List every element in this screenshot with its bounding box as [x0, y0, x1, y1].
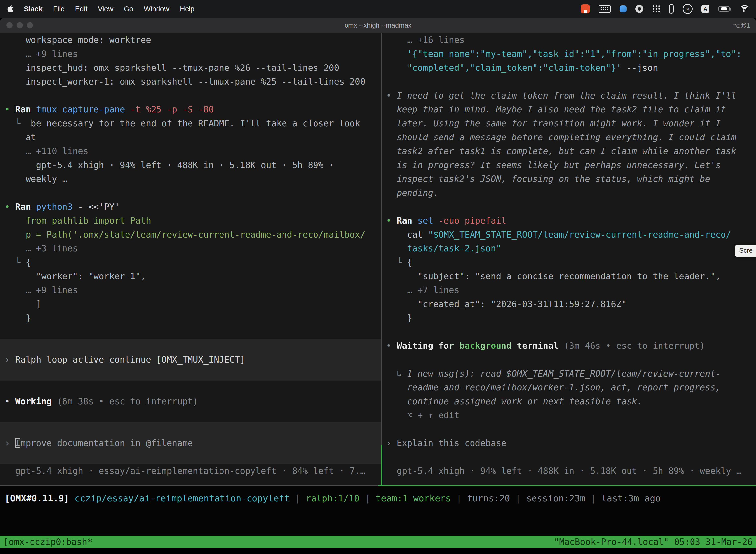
terminal-line: ↳ 1 new msg(s): read $OMX_TEAM_STATE_ROO…	[386, 367, 756, 381]
omx-status-segment: |	[585, 493, 602, 503]
terminal-line	[386, 353, 756, 367]
battery-gauge-icon[interactable]: 61	[683, 4, 693, 14]
omx-status-segment: |	[510, 493, 526, 503]
terminal-line: '{"team_name":"my-team","task_id":"1","f…	[386, 47, 756, 61]
command-line: • Ran python3 - <<'PY'	[5, 200, 381, 214]
command-line: • Ran tmux capture-pane -t %25 -p -S -80	[5, 103, 381, 116]
input-source-letter: A	[703, 6, 707, 12]
omx-status-segment: session:23m	[526, 493, 585, 503]
window-shortcut-hint: ⌥⌘1	[733, 21, 750, 29]
apple-menu-icon[interactable]	[7, 5, 13, 12]
menu-item-help[interactable]: Help	[180, 5, 195, 13]
terminal-line	[5, 381, 381, 394]
terminal-line: cat "$OMX_TEAM_STATE_ROOT/team/review-cu…	[386, 228, 756, 241]
gauge-value: 61	[686, 7, 690, 11]
terminal-line: └ be necessary for the end of the README…	[5, 116, 381, 130]
terminal-line: }	[386, 311, 756, 325]
input-source-icon[interactable]: A	[701, 5, 709, 13]
terminal-line: weekly …	[5, 172, 381, 186]
terminal-line: … +110 lines	[5, 144, 381, 158]
tmux-status-bar: [omx-cczip0:bash* "MacBook-Pro-44.local"…	[0, 536, 756, 548]
terminal-line: later. Using the same for transition mig…	[386, 116, 756, 130]
omx-status-line: [OMX#0.11.9] cczip/essay/ai-reimplementa…	[0, 486, 756, 514]
terminal-line	[386, 450, 756, 464]
thinking-row: • I need to get the claim token from the…	[386, 89, 756, 103]
queued-message-row: › Ralph loop active continue [OMX_TMUX_I…	[0, 353, 381, 367]
terminal-line: "created_at": "2026-03-31T11:59:27.816Z"	[386, 297, 756, 311]
omx-status-segment: turns:20	[467, 493, 510, 503]
terminal-line: └ {	[5, 256, 381, 269]
terminal-line	[386, 325, 756, 339]
window-titlebar[interactable]: omx --xhigh --madmax ⌥⌘1	[0, 18, 756, 33]
command-line: • Ran set -euo pipefail	[386, 214, 756, 228]
terminal-line: "completed","claim_token":"claim-token"}…	[386, 61, 756, 75]
blue-app-icon[interactable]	[620, 5, 627, 12]
vertical-pill-icon[interactable]	[669, 4, 674, 14]
tmux-host-clock: "MacBook-Pro-44.local" 05:03 31-Mar-26	[554, 537, 753, 547]
grid-dots-icon[interactable]	[652, 5, 660, 13]
omx-status-segment: |	[360, 493, 376, 503]
terminal-line	[5, 186, 381, 200]
terminal-line: is in progress? It seems likely but perh…	[386, 158, 756, 172]
tmux-content: workspace_mode: worktree … +9 lines insp…	[0, 33, 756, 486]
dark-circle-app-icon[interactable]	[635, 5, 643, 13]
menu-item-go[interactable]: Go	[124, 5, 133, 13]
terminal-line: … +16 lines	[386, 33, 756, 47]
terminal-line: "subject": "send a concise recommendatio…	[386, 269, 756, 283]
battery-icon[interactable]	[718, 6, 730, 12]
terminal-pane-right[interactable]: … +16 lines '{"team_name":"my-team","tas…	[382, 33, 756, 486]
omx-status-segment: cczip/essay/ai-reimplementation-copyleft	[75, 493, 290, 503]
terminal-line: └ {	[386, 256, 756, 269]
menubar-status-icons: 61 A	[581, 4, 749, 14]
terminal-line: task2 after task1 is complete, but can I…	[386, 144, 756, 158]
terminal-line	[5, 408, 381, 422]
keyboard-icon[interactable]	[599, 5, 611, 13]
terminal-line: "worker": "worker-1",	[5, 269, 381, 283]
waiting-status-row: • Waiting for background terminal (3m 46…	[386, 339, 756, 353]
terminal-line	[0, 339, 381, 353]
terminal-line	[0, 367, 381, 381]
terminal-line	[386, 422, 756, 436]
tmux-session-window[interactable]: [omx-cczip0:bash*	[3, 537, 92, 547]
screen-bottom-strip	[0, 548, 756, 554]
menu-item-view[interactable]: View	[98, 5, 113, 13]
terminal-line	[386, 75, 756, 89]
terminal-line: keep that in mind. Maybe I also need the…	[386, 103, 756, 116]
menu-item-slack[interactable]: Slack	[24, 5, 43, 13]
terminal-line: should send a message before completing …	[386, 130, 756, 144]
pane-status-row: gpt-5.4 xhigh · 94% left · 488K in · 5.1…	[386, 464, 756, 478]
window-title: omx --xhigh --madmax	[0, 21, 756, 29]
terminal-window: omx --xhigh --madmax ⌥⌘1 workspace_mode:…	[0, 18, 756, 554]
prompt-input[interactable]: › Improve documentation in @filename	[0, 436, 381, 450]
omx-status-segment: |	[451, 493, 467, 503]
terminal-line: continue assigned work or next feasible …	[386, 394, 756, 408]
terminal-line	[5, 325, 381, 339]
terminal-line: ⌥ + ↑ edit	[386, 408, 756, 422]
terminal-line	[5, 89, 381, 103]
menu-item-window[interactable]: Window	[144, 5, 170, 13]
terminal-line: at	[5, 130, 381, 144]
terminal-line: inspect task2's JSON, focusing on the st…	[386, 172, 756, 186]
menu-item-file[interactable]: File	[53, 5, 65, 13]
prompt-input[interactable]: › Explain this codebase	[386, 436, 756, 450]
terminal-line: gpt-5.4 xhigh · 94% left · 488K in · 5.1…	[5, 158, 381, 172]
terminal-line: p = Path('.omx/state/team/review-current…	[5, 228, 381, 241]
terminal-line: … +7 lines	[386, 283, 756, 297]
screen-edge-tooltip: Scre	[735, 245, 756, 257]
terminal-line: … +3 lines	[5, 241, 381, 256]
omx-status-segment: team:1 workers	[376, 493, 451, 503]
working-status-row: • Working (6m 38s • esc to interrupt)	[5, 394, 381, 408]
terminal-line: tasks/task-2.json"	[386, 241, 756, 256]
terminal-line: pending.	[386, 186, 756, 200]
screen-recording-indicator-icon[interactable]	[581, 4, 590, 13]
terminal-line: … +9 lines	[5, 47, 381, 61]
menubar-left: SlackFileEditViewGoWindowHelp	[7, 5, 194, 13]
terminal-line: … +9 lines	[5, 283, 381, 297]
terminal-pane-left[interactable]: workspace_mode: worktree … +9 lines insp…	[0, 33, 381, 486]
terminal-line: readme-and-reco/mailbox/worker-1.json, a…	[386, 381, 756, 394]
terminal-line: workspace_mode: worktree	[5, 33, 381, 47]
wifi-icon[interactable]	[739, 5, 749, 13]
menu-item-edit[interactable]: Edit	[75, 5, 87, 13]
terminal-line: from pathlib import Path	[5, 214, 381, 228]
terminal-line	[0, 422, 381, 436]
